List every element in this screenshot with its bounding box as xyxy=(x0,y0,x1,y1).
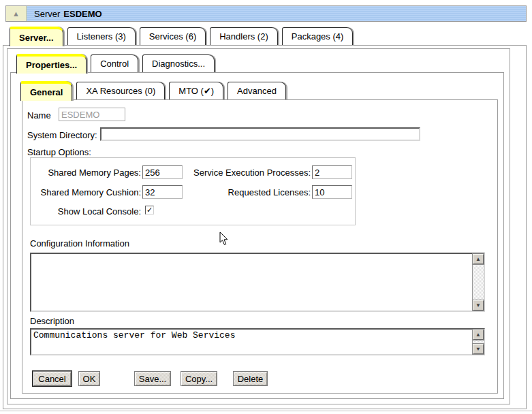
system-directory-input[interactable] xyxy=(100,127,420,141)
triangle-up-icon: ▲ xyxy=(12,10,20,18)
tab-mto[interactable]: MTO (✔) xyxy=(169,82,223,99)
tab-listeners[interactable]: Listeners (3) xyxy=(67,27,136,45)
scroll-up-icon: ▲ xyxy=(477,332,480,338)
shared-memory-cushion-input[interactable] xyxy=(142,185,183,199)
header-server-name: ESDEMO xyxy=(63,9,101,19)
collapse-triangle-box[interactable]: ▲ xyxy=(6,6,27,21)
scroll-down-icon: ▼ xyxy=(477,346,480,352)
save-button[interactable]: Save... xyxy=(134,371,171,386)
tab-control[interactable]: Control xyxy=(91,54,138,72)
system-directory-label: System Directory: xyxy=(27,130,97,140)
shared-memory-cushion-label: Shared Memory Cushion: xyxy=(31,187,141,197)
bottom-divider xyxy=(0,411,532,411)
description-scrollbar[interactable]: ▲ ▼ xyxy=(472,330,484,354)
configuration-scrollbar[interactable]: ▲ ▼ xyxy=(472,254,484,310)
show-local-console-label: Show Local Console: xyxy=(31,206,141,217)
tab-xa-resources[interactable]: XA Resources (0) xyxy=(76,82,165,99)
tab-row-server-level: Server... Listeners (3) Services (6) Han… xyxy=(10,26,357,46)
tab-advanced[interactable]: Advanced xyxy=(228,82,286,99)
scroll-up-button[interactable]: ▲ xyxy=(473,330,484,340)
service-execution-processes-label: Service Execution Processes: xyxy=(182,168,311,178)
show-local-console-checkbox[interactable]: ✓ xyxy=(145,206,154,214)
scroll-down-button[interactable]: ▼ xyxy=(473,344,484,354)
description-label: Description xyxy=(30,316,74,326)
startup-options-label: Startup Options: xyxy=(27,147,91,157)
requested-licenses-label: Requested Licenses: xyxy=(182,187,311,197)
cancel-button[interactable]: Cancel xyxy=(33,371,72,386)
tab-row-properties-level: Properties... Control Diagnostics... xyxy=(16,53,219,73)
tab-row-general-level: General XA Resources (0) MTO (✔) Advance… xyxy=(20,80,290,100)
startup-options-groupbox: Shared Memory Pages: Service Execution P… xyxy=(30,157,356,225)
ok-button[interactable]: OK xyxy=(78,371,100,386)
tab-properties[interactable]: Properties... xyxy=(16,54,87,74)
scroll-down-icon: ▼ xyxy=(475,302,481,308)
tab-handlers[interactable]: Handlers (2) xyxy=(210,27,278,45)
admin-page: ▲ Server ESDEMO Server... Listeners (3) … xyxy=(0,0,532,414)
tab-general[interactable]: General xyxy=(20,81,72,101)
copy-button[interactable]: Copy... xyxy=(181,371,217,386)
tab-packages[interactable]: Packages (4) xyxy=(282,27,354,45)
mouse-cursor-icon xyxy=(219,232,229,246)
header-title-bar: Server ESDEMO xyxy=(27,6,526,21)
name-label: Name xyxy=(27,110,51,121)
delete-button[interactable]: Delete xyxy=(233,371,268,386)
scroll-up-button[interactable]: ▲ xyxy=(473,254,484,264)
checkmark-icon: ✓ xyxy=(146,206,153,213)
tab-server[interactable]: Server... xyxy=(10,27,63,46)
header-title-prefix: Server xyxy=(34,9,60,19)
scroll-up-icon: ▲ xyxy=(475,256,481,262)
tab-diagnostics[interactable]: Diagnostics... xyxy=(142,54,215,72)
service-execution-processes-input[interactable] xyxy=(312,165,352,179)
shared-memory-pages-label: Shared Memory Pages: xyxy=(31,168,141,178)
server-header-bar: ▲ Server ESDEMO xyxy=(5,5,527,22)
shared-memory-pages-input[interactable] xyxy=(142,165,183,179)
requested-licenses-input[interactable] xyxy=(312,185,352,199)
configuration-information-label: Configuration Information xyxy=(30,238,129,249)
description-text: Communications server for Web Services xyxy=(33,330,235,340)
description-textarea[interactable]: Communications server for Web Services ▲… xyxy=(30,328,485,355)
configuration-information-textarea[interactable]: ▲ ▼ xyxy=(30,253,485,312)
name-input[interactable] xyxy=(59,108,125,121)
scroll-down-button[interactable]: ▼ xyxy=(473,300,484,310)
tab-services[interactable]: Services (6) xyxy=(140,27,206,45)
